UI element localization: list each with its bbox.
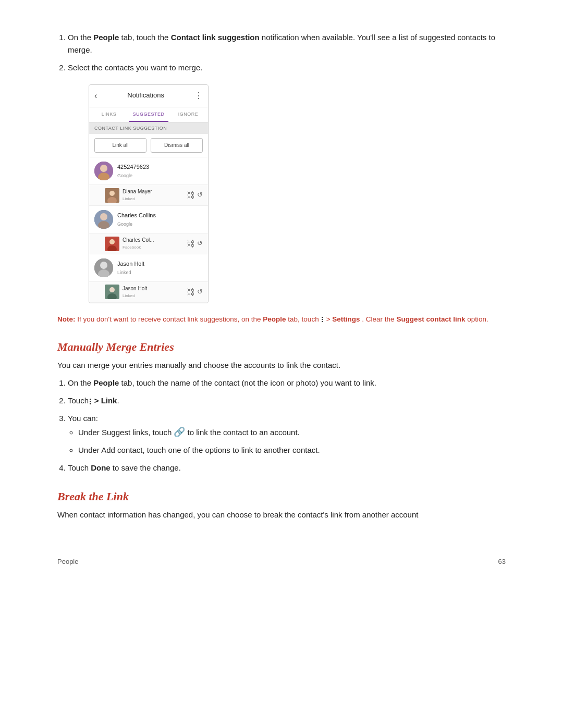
- dot2: [322, 319, 323, 320]
- footer-left: People: [57, 558, 78, 565]
- avatar-1: [94, 162, 113, 180]
- linked-source-3: Linked: [123, 293, 183, 300]
- note-text-2: tab, touch: [288, 315, 319, 323]
- manually-step-1: On the People tab, touch the name of the…: [68, 377, 506, 389]
- phone-tabs: LINKS SUGGESTED IGNORE: [89, 107, 208, 122]
- linked-name-1: Diana Mayer: [123, 188, 183, 196]
- chain-icon-3[interactable]: ⛓: [187, 286, 195, 299]
- step-1: On the People tab, touch the Contact lin…: [68, 31, 506, 56]
- contact-sub-3: Linked: [117, 269, 203, 276]
- linked-2: Charles Col... Facebook ⛓ ↺: [89, 233, 208, 254]
- contact-group-1: 4252479623 Google: [89, 157, 208, 206]
- contact-name-1: 4252479623: [117, 163, 203, 172]
- dot4: [90, 399, 91, 400]
- linked-avatar-1: [105, 188, 119, 203]
- note-section: Note: If you don't want to receive conta…: [57, 314, 506, 325]
- manually-step-2: Touch > Link.: [68, 394, 506, 407]
- section-header: CONTACT LINK SUGGESTION: [89, 122, 208, 134]
- contact-group-2: Charles Collins Google: [89, 206, 208, 254]
- inline-menu-icon: [322, 317, 323, 323]
- svg-point-16: [109, 287, 115, 292]
- linked-source-2: Facebook: [123, 244, 183, 251]
- step-2-text: Select the contacts you want to merge.: [68, 63, 202, 72]
- linked-info-1: Diana Mayer Linked: [123, 188, 183, 203]
- chain-icon-1[interactable]: ⛓: [187, 189, 195, 202]
- linked-name-2: Charles Col...: [123, 236, 183, 244]
- svg-point-10: [109, 239, 115, 244]
- step4-after: to save the change.: [111, 463, 181, 472]
- tab-suggested[interactable]: SUGGESTED: [129, 107, 168, 122]
- page-footer: People 63: [57, 552, 506, 565]
- content-wrapper: On the People tab, touch the Contact lin…: [57, 31, 506, 565]
- contact-link-bold: Contact link suggestion: [171, 33, 260, 42]
- section-break-intro: When contact information has changed, yo…: [57, 509, 506, 521]
- done-bold: Done: [91, 463, 111, 472]
- note-text-1: If you don't want to receive contact lin…: [77, 315, 263, 323]
- tab-links[interactable]: LINKS: [89, 107, 129, 122]
- link-icons-3: ⛓ ↺: [187, 286, 203, 299]
- more-icon[interactable]: ⋮: [194, 89, 203, 103]
- contact-main-1: 4252479623 Google: [89, 157, 208, 184]
- note-settings-bold: Settings: [332, 315, 360, 323]
- contact-info-2: Charles Collins Google: [117, 211, 203, 228]
- note-inline-menu: [321, 315, 326, 323]
- contact-group-3: Jason Holt Linked: [89, 254, 208, 303]
- manually-people-bold: People: [93, 378, 119, 387]
- svg-point-4: [109, 191, 115, 196]
- note-text-5: option.: [467, 315, 488, 323]
- linked-info-2: Charles Col... Facebook: [123, 236, 183, 251]
- section-manually-intro: You can merge your entries manually and …: [57, 359, 506, 372]
- dot5: [90, 401, 91, 402]
- section-break-title: Break the Link: [57, 490, 506, 503]
- phone-header: ‹ Notifications ⋮: [89, 85, 208, 107]
- linked-avatar-2: [105, 237, 119, 251]
- svg-point-1: [100, 165, 107, 172]
- tab-ignore[interactable]: IGNORE: [168, 107, 208, 122]
- note-people-bold: People: [263, 315, 286, 323]
- people-bold-1: People: [93, 33, 119, 42]
- linked-info-3: Jason Holt Linked: [123, 285, 183, 300]
- link-all-button[interactable]: Link all: [94, 138, 146, 153]
- back-icon[interactable]: ‹: [94, 89, 97, 103]
- step-2: Select the contacts you want to merge. ‹…: [68, 61, 506, 303]
- phone-title: Notifications: [127, 90, 164, 101]
- link-icons-2: ⛓ ↺: [187, 237, 203, 251]
- contact-sub-2: Google: [117, 220, 203, 228]
- linked-source-1: Linked: [123, 196, 183, 203]
- linked-name-3: Jason Holt: [123, 285, 183, 293]
- contact-main-3: Jason Holt Linked: [89, 254, 208, 281]
- note-text-3: >: [326, 315, 333, 323]
- step2-after: .: [117, 396, 119, 405]
- avatar-2: [94, 210, 113, 229]
- avatar-3: [94, 258, 113, 277]
- note-suggest-bold: Suggest contact link: [396, 315, 465, 323]
- link-icons-1: ⛓ ↺: [187, 189, 203, 202]
- contact-name-2: Charles Collins: [117, 211, 203, 220]
- svg-point-13: [100, 262, 107, 269]
- linked-3: Jason Holt Linked ⛓ ↺: [89, 281, 208, 302]
- section-manually-title: Manually Merge Entries: [57, 340, 506, 354]
- break-icon-2[interactable]: ↺: [197, 238, 203, 249]
- manually-step-3: You can: Under Suggest links, touch 🔗 to…: [68, 412, 506, 456]
- contact-main-2: Charles Collins Google: [89, 206, 208, 233]
- contact-sub-1: Google: [117, 172, 203, 179]
- dot1: [322, 317, 323, 318]
- inline-menu-icon-2: [90, 399, 91, 404]
- contact-info-3: Jason Holt Linked: [117, 260, 203, 276]
- note-text: If you don't want to receive contact lin…: [77, 315, 488, 323]
- linked-1: Diana Mayer Linked ⛓ ↺: [89, 184, 208, 205]
- manually-step-4: Touch Done to save the change.: [68, 462, 506, 474]
- bullet-1: Under Suggest links, touch 🔗 to link the…: [78, 425, 506, 440]
- step3-text: You can:: [68, 414, 98, 423]
- link-bold: > Link: [92, 396, 117, 405]
- break-icon-3[interactable]: ↺: [197, 287, 203, 298]
- break-icon-1[interactable]: ↺: [197, 190, 203, 201]
- contact-name-3: Jason Holt: [117, 260, 203, 269]
- dot6: [90, 403, 91, 404]
- footer-right: 63: [498, 558, 506, 565]
- note-label: Note:: [57, 315, 76, 323]
- dot3: [322, 321, 323, 323]
- bullet-2-text: Under Add contact, touch one of the opti…: [78, 446, 320, 454]
- chain-icon-2[interactable]: ⛓: [187, 237, 195, 251]
- dismiss-all-button[interactable]: Dismiss all: [151, 138, 203, 153]
